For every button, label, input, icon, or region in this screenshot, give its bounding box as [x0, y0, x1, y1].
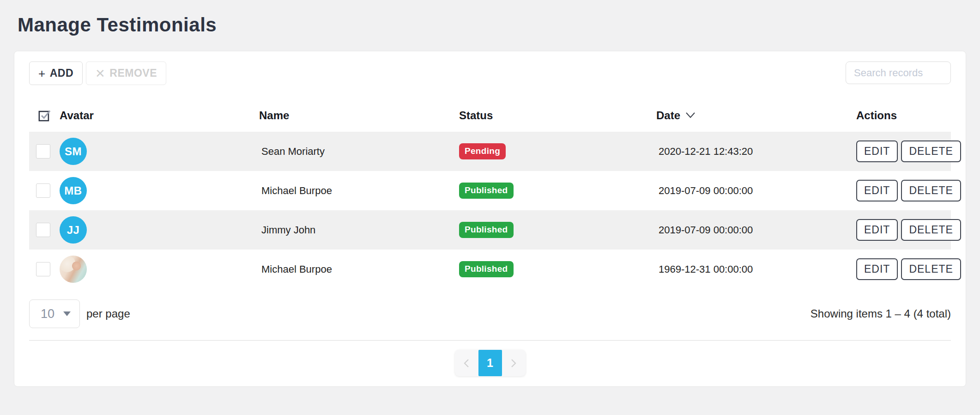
row-checkbox[interactable]: [36, 223, 50, 237]
edit-button[interactable]: EDIT: [856, 180, 898, 201]
items-summary: Showing items 1 – 4 (4 total): [811, 307, 951, 320]
remove-button[interactable]: ✕ REMOVE: [86, 61, 166, 85]
page-title: Manage Testimonials: [0, 0, 980, 36]
row-date: 2020-12-21 12:43:20: [656, 146, 856, 158]
select-all-icon[interactable]: [37, 108, 52, 122]
add-button[interactable]: + ADD: [29, 61, 83, 85]
edit-button[interactable]: EDIT: [856, 258, 898, 280]
avatar: SM: [60, 138, 87, 165]
status-badge: Published: [459, 183, 514, 199]
sort-chevron-down-icon: [685, 112, 696, 119]
prev-page-button[interactable]: [455, 351, 478, 375]
caret-down-icon: [63, 311, 71, 316]
table-row: SM Sean Moriarty Pending 2020-12-21 12:4…: [29, 132, 951, 171]
per-page-value: 10: [41, 307, 54, 321]
row-checkbox[interactable]: [36, 262, 50, 276]
table-header: Avatar Name Status Date Actions: [29, 102, 951, 132]
row-date: 2019-07-09 00:00:00: [656, 224, 856, 236]
header-status: Status: [459, 109, 656, 122]
per-page-select[interactable]: 10: [29, 299, 80, 328]
toolbar: + ADD ✕ REMOVE: [29, 61, 951, 85]
per-page-row: 10 per page Showing items 1 – 4 (4 total…: [29, 299, 951, 328]
next-page-button[interactable]: [502, 351, 526, 375]
chevron-left-icon: [462, 358, 471, 369]
divider: [29, 340, 951, 341]
row-date: 2019-07-09 00:00:00: [656, 185, 856, 197]
pager-row: 1: [29, 350, 951, 376]
toolbar-buttons: + ADD ✕ REMOVE: [29, 61, 166, 85]
row-date: 1969-12-31 00:00:00: [656, 263, 856, 275]
add-button-label: ADD: [50, 67, 73, 79]
row-name: Jimmy John: [259, 224, 459, 236]
per-page-label: per page: [86, 307, 130, 320]
delete-button[interactable]: DELETE: [901, 258, 961, 280]
avatar: MB: [60, 177, 87, 204]
testimonials-table: Avatar Name Status Date Actions SM Sean …: [29, 102, 951, 289]
status-badge: Published: [459, 222, 514, 238]
plus-icon: +: [38, 67, 46, 79]
status-badge: Pending: [459, 143, 506, 159]
header-date[interactable]: Date: [656, 109, 856, 122]
delete-button[interactable]: DELETE: [901, 140, 961, 162]
table-body: SM Sean Moriarty Pending 2020-12-21 12:4…: [29, 132, 951, 289]
delete-button[interactable]: DELETE: [901, 180, 961, 201]
edit-button[interactable]: EDIT: [856, 140, 898, 162]
avatar-photo: [60, 256, 87, 283]
table-row: JJ Jimmy John Published 2019-07-09 00:00…: [29, 210, 951, 250]
row-name: Michael Burpoe: [259, 263, 459, 275]
header-actions: Actions: [856, 109, 951, 122]
header-avatar: Avatar: [60, 109, 259, 122]
row-checkbox[interactable]: [36, 183, 50, 198]
avatar: JJ: [60, 216, 87, 244]
search-input[interactable]: [846, 61, 951, 84]
table-row: MB Michael Burpoe Published 2019-07-09 0…: [29, 171, 951, 210]
row-name: Michael Burpoe: [259, 185, 459, 197]
table-row: Michael Burpoe Published 1969-12-31 00:0…: [29, 250, 951, 289]
row-checkbox[interactable]: [36, 144, 50, 159]
status-badge: Published: [459, 261, 514, 277]
testimonials-card: + ADD ✕ REMOVE Avatar Name Status: [14, 51, 966, 387]
edit-button[interactable]: EDIT: [856, 219, 898, 241]
delete-button[interactable]: DELETE: [901, 219, 961, 241]
pager: 1: [455, 350, 526, 376]
remove-button-label: REMOVE: [109, 67, 157, 79]
page-1-button[interactable]: 1: [478, 350, 502, 376]
header-name: Name: [259, 109, 459, 122]
chevron-right-icon: [509, 358, 518, 369]
row-name: Sean Moriarty: [259, 146, 459, 158]
x-icon: ✕: [95, 67, 105, 79]
